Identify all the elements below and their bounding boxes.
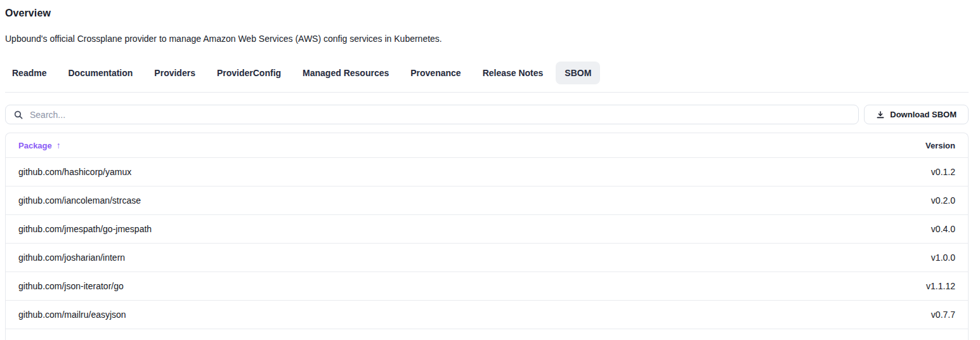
tab-label: Documentation bbox=[68, 68, 133, 78]
column-header-version[interactable]: Version bbox=[925, 141, 955, 150]
version-cell: v1.1.12 bbox=[926, 281, 955, 291]
table-body: github.com/hashicorp/yamux v0.1.2 github… bbox=[6, 157, 968, 329]
page-title: Overview bbox=[5, 8, 969, 19]
tab-label: SBOM bbox=[565, 68, 591, 78]
download-icon bbox=[876, 110, 885, 119]
table-row[interactable]: github.com/josharian/intern v1.0.0 bbox=[6, 243, 968, 271]
package-cell: github.com/josharian/intern bbox=[18, 252, 125, 263]
sbom-table: Package ↑ Version github.com/hashicorp/y… bbox=[5, 133, 969, 340]
tabs-divider bbox=[5, 92, 969, 93]
download-sbom-label: Download SBOM bbox=[890, 110, 957, 119]
version-cell: v0.2.0 bbox=[931, 195, 955, 206]
tab-managed-resources[interactable]: Managed Resources bbox=[294, 62, 398, 84]
package-description: Upbound's official Crossplane provider t… bbox=[5, 34, 969, 44]
tab-release-notes[interactable]: Release Notes bbox=[474, 62, 552, 84]
package-cell: github.com/iancoleman/strcase bbox=[18, 195, 141, 206]
tab-providers[interactable]: Providers bbox=[145, 62, 204, 84]
search-box[interactable] bbox=[5, 105, 859, 124]
tab-label: Provenance bbox=[410, 68, 461, 78]
tab-documentation[interactable]: Documentation bbox=[59, 62, 141, 84]
sbom-page: Overview Upbound's official Crossplane p… bbox=[0, 8, 980, 340]
table-row[interactable]: github.com/hashicorp/yamux v0.1.2 bbox=[6, 157, 968, 186]
search-icon bbox=[13, 110, 23, 120]
tab-sbom[interactable]: SBOM bbox=[556, 62, 600, 84]
package-cell: github.com/mailru/easyjson bbox=[18, 310, 126, 320]
download-sbom-button[interactable]: Download SBOM bbox=[864, 105, 969, 124]
version-cell: v0.4.0 bbox=[931, 224, 955, 234]
tab-label: Readme bbox=[12, 68, 46, 78]
version-cell: v0.1.2 bbox=[931, 167, 955, 177]
search-input[interactable] bbox=[30, 110, 851, 120]
tab-providerconfig[interactable]: ProviderConfig bbox=[208, 62, 290, 84]
sort-ascending-icon: ↑ bbox=[56, 140, 61, 150]
package-header-label: Package bbox=[18, 141, 52, 150]
tab-readme[interactable]: Readme bbox=[3, 62, 55, 84]
table-header-row: Package ↑ Version bbox=[6, 133, 968, 157]
tab-label: Release Notes bbox=[483, 68, 544, 78]
sbom-toolbar: Download SBOM bbox=[5, 105, 969, 124]
column-header-package[interactable]: Package ↑ bbox=[18, 140, 61, 150]
table-row[interactable]: github.com/iancoleman/strcase v0.2.0 bbox=[6, 186, 968, 214]
tab-label: Managed Resources bbox=[303, 68, 389, 78]
table-row-partial bbox=[6, 329, 968, 340]
tab-provenance[interactable]: Provenance bbox=[402, 62, 469, 84]
tab-label: ProviderConfig bbox=[217, 68, 281, 78]
package-cell: github.com/json-iterator/go bbox=[18, 281, 124, 291]
tab-label: Providers bbox=[154, 68, 195, 78]
table-row[interactable]: github.com/json-iterator/go v1.1.12 bbox=[6, 271, 968, 300]
tab-bar: Readme Documentation Providers ProviderC… bbox=[3, 62, 969, 84]
version-cell: v0.7.7 bbox=[931, 310, 955, 320]
package-cell: github.com/hashicorp/yamux bbox=[18, 167, 131, 177]
table-row[interactable]: github.com/jmespath/go-jmespath v0.4.0 bbox=[6, 214, 968, 243]
version-cell: v1.0.0 bbox=[931, 252, 955, 263]
package-cell: github.com/jmespath/go-jmespath bbox=[18, 224, 152, 234]
table-row[interactable]: github.com/mailru/easyjson v0.7.7 bbox=[6, 300, 968, 329]
